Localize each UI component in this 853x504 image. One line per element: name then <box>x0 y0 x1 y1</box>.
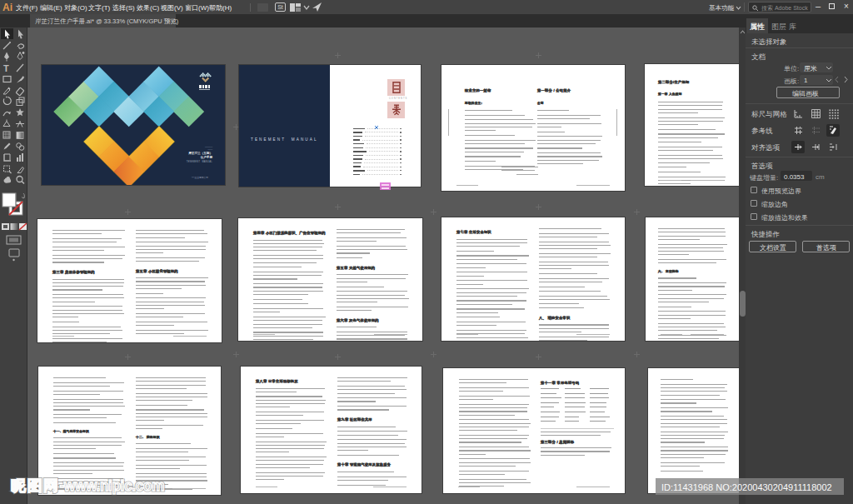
svg-text:T: T <box>3 63 9 73</box>
